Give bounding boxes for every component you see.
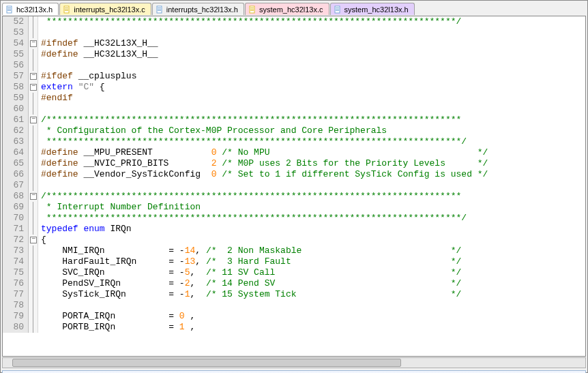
code-line[interactable]: 71typedef enum IRQn	[3, 224, 585, 235]
code-line[interactable]: 62 * Configuration of the Cortex-M0P Pro…	[3, 125, 585, 136]
line-number[interactable]: 59	[3, 93, 29, 104]
fold-toggle-icon[interactable]	[29, 38, 38, 49]
line-number[interactable]: 74	[3, 256, 29, 267]
code-text[interactable]: PendSV_IRQn = -2, /* 14 Pend SV */	[38, 278, 585, 289]
line-number[interactable]: 55	[3, 49, 29, 60]
line-number[interactable]: 62	[3, 125, 29, 136]
code-line[interactable]: 59#endif	[3, 93, 585, 104]
code-line[interactable]: 69 * Interrupt Number Definition	[3, 202, 585, 213]
line-number[interactable]: 61	[3, 115, 29, 125]
fold-toggle-icon[interactable]	[29, 235, 38, 245]
fold-toggle-icon[interactable]	[29, 115, 38, 125]
line-number[interactable]: 66	[3, 169, 29, 180]
scrollbar-thumb[interactable]	[12, 359, 401, 367]
line-number[interactable]: 63	[3, 136, 29, 147]
code-line[interactable]: 70 *************************************…	[3, 213, 585, 224]
line-number[interactable]: 79	[3, 311, 29, 322]
line-number[interactable]: 53	[3, 27, 29, 38]
line-number[interactable]: 73	[3, 245, 29, 256]
code-line[interactable]: 64#define __MPU_PRESENT 0 /* No MPU */	[3, 147, 585, 158]
line-number[interactable]: 60	[3, 104, 29, 115]
code-text[interactable]: SysTick_IRQn = -1, /* 15 System Tick */	[38, 289, 585, 300]
tab-system_hc32l13x-c[interactable]: system_hc32l13x.c	[245, 3, 329, 15]
code-text[interactable]: #ifdef __cplusplus	[38, 71, 585, 82]
code-text[interactable]: PORTA_IRQn = 0 ,	[38, 311, 585, 322]
code-text[interactable]: NMI_IRQn = -14, /* 2 Non Maskable */	[38, 245, 585, 256]
code-line[interactable]: 77 SysTick_IRQn = -1, /* 15 System Tick …	[3, 289, 585, 300]
code-text[interactable]: /***************************************…	[38, 191, 585, 202]
fold-toggle-icon[interactable]	[29, 71, 38, 82]
line-number[interactable]: 75	[3, 267, 29, 278]
code-text[interactable]	[38, 104, 585, 115]
line-number[interactable]: 64	[3, 147, 29, 158]
code-text[interactable]: PORTB_IRQn = 1 ,	[38, 322, 585, 333]
code-text[interactable]	[38, 60, 585, 71]
code-line[interactable]: 54#ifndef __HC32L13X_H__	[3, 38, 585, 49]
code-line[interactable]: 65#define __NVIC_PRIO_BITS 2 /* M0P uses…	[3, 158, 585, 169]
code-text[interactable]: * Interrupt Number Definition	[38, 202, 585, 213]
line-number[interactable]: 70	[3, 213, 29, 224]
code-line[interactable]: 56	[3, 60, 585, 71]
line-number[interactable]: 77	[3, 289, 29, 300]
code-line[interactable]: 66#define __Vendor_SysTickConfig 0 /* Se…	[3, 169, 585, 180]
code-text[interactable]: HardFault_IRQn = -13, /* 3 Hard Fault */	[38, 256, 585, 267]
code-line[interactable]: 55#define __HC32L13X_H__	[3, 49, 585, 60]
code-line[interactable]: 61/*************************************…	[3, 115, 585, 125]
code-line[interactable]: 67	[3, 180, 585, 191]
code-text[interactable]: ****************************************…	[38, 16, 585, 27]
code-line[interactable]: 60	[3, 104, 585, 115]
code-text[interactable]: extern "C" {	[38, 82, 585, 93]
code-line[interactable]: 52 *************************************…	[3, 16, 585, 27]
code-text[interactable]: SVC_IRQn = -5, /* 11 SV Call */	[38, 267, 585, 278]
code-line[interactable]: 57#ifdef __cplusplus	[3, 71, 585, 82]
code-text[interactable]: /***************************************…	[38, 115, 585, 125]
code-text[interactable]: #endif	[38, 93, 585, 104]
code-line[interactable]: 76 PendSV_IRQn = -2, /* 14 Pend SV */	[3, 278, 585, 289]
code-line[interactable]: 73 NMI_IRQn = -14, /* 2 Non Maskable */	[3, 245, 585, 256]
code-text[interactable]: * Configuration of the Cortex-M0P Proces…	[38, 125, 585, 136]
fold-toggle-icon[interactable]	[29, 82, 38, 93]
line-number[interactable]: 67	[3, 180, 29, 191]
line-number[interactable]: 78	[3, 300, 29, 311]
code-line[interactable]: 63 *************************************…	[3, 136, 585, 147]
line-number[interactable]: 76	[3, 278, 29, 289]
code-text[interactable]	[38, 27, 585, 38]
line-number[interactable]: 69	[3, 202, 29, 213]
line-number[interactable]: 68	[3, 191, 29, 202]
code-text[interactable]: ****************************************…	[38, 213, 585, 224]
code-line[interactable]: 72{	[3, 235, 585, 245]
line-number[interactable]: 71	[3, 224, 29, 235]
code-line[interactable]: 80 PORTB_IRQn = 1 ,	[3, 322, 585, 333]
code-line[interactable]: 68/*************************************…	[3, 191, 585, 202]
code-line[interactable]: 75 SVC_IRQn = -5, /* 11 SV Call */	[3, 267, 585, 278]
line-number[interactable]: 56	[3, 60, 29, 71]
code-line[interactable]: 74 HardFault_IRQn = -13, /* 3 Hard Fault…	[3, 256, 585, 267]
line-number[interactable]: 57	[3, 71, 29, 82]
horizontal-scrollbar[interactable]	[2, 357, 586, 368]
tab-system_hc32l13x-h[interactable]: system_hc32l13x.h	[330, 3, 415, 15]
line-number[interactable]: 72	[3, 235, 29, 245]
code-text[interactable]: ****************************************…	[38, 136, 585, 147]
code-editor[interactable]: 52 *************************************…	[2, 16, 586, 357]
code-text[interactable]: #ifndef __HC32L13X_H__	[38, 38, 585, 49]
code-text[interactable]: typedef enum IRQn	[38, 224, 585, 235]
code-text[interactable]: #define __Vendor_SysTickConfig 0 /* Set …	[38, 169, 585, 180]
tab-interrupts_hc32l13x-h[interactable]: interrupts_hc32l13x.h	[152, 3, 244, 15]
code-line[interactable]: 58extern "C" {	[3, 82, 585, 93]
line-number[interactable]: 80	[3, 322, 29, 333]
code-text[interactable]: {	[38, 235, 585, 245]
code-text[interactable]	[38, 300, 585, 311]
code-text[interactable]: #define __NVIC_PRIO_BITS 2 /* M0P uses 2…	[38, 158, 585, 169]
code-line[interactable]: 78	[3, 300, 585, 311]
code-line[interactable]: 79 PORTA_IRQn = 0 ,	[3, 311, 585, 322]
line-number[interactable]: 58	[3, 82, 29, 93]
line-number[interactable]: 65	[3, 158, 29, 169]
fold-toggle-icon[interactable]	[29, 191, 38, 202]
code-line[interactable]: 53	[3, 27, 585, 38]
line-number[interactable]: 52	[3, 16, 29, 27]
tab-interrupts_hc32l13x-c[interactable]: interrupts_hc32l13x.c	[59, 3, 151, 15]
code-text[interactable]: #define __MPU_PRESENT 0 /* No MPU */	[38, 147, 585, 158]
tab-hc32l13x-h[interactable]: hc32l13x.h	[2, 3, 59, 15]
code-text[interactable]: #define __HC32L13X_H__	[38, 49, 585, 60]
line-number[interactable]: 54	[3, 38, 29, 49]
